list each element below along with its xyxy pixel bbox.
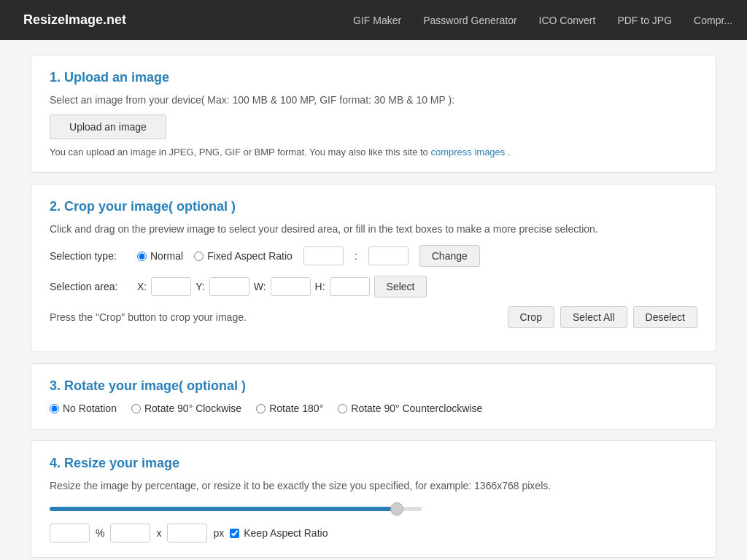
upload-note: You can upload an image in JPEG, PNG, GI… <box>50 147 697 158</box>
w-label: W: <box>254 281 266 292</box>
crop-desc: Click and drag on the preview image to s… <box>50 223 697 235</box>
selection-type-label: Selection type: <box>50 250 130 262</box>
rotate-90cw-label[interactable]: Rotate 90° Clockwise <box>131 402 241 414</box>
keep-aspect-label[interactable]: Keep Aspect Ratio <box>230 527 328 539</box>
aspect-width-input[interactable]: 1366 <box>303 246 344 265</box>
change-button[interactable]: Change <box>419 245 480 267</box>
x-label: X: <box>137 281 147 292</box>
nav-pdf-to-jpg[interactable]: PDF to JPG <box>617 15 672 26</box>
rotate-none-text: No Rotation <box>63 402 117 414</box>
select-all-button[interactable]: Select All <box>560 306 627 328</box>
nav-password-generator[interactable]: Password Generator <box>423 15 516 26</box>
crop-title: 2. Crop your image( optional ) <box>50 199 697 214</box>
nav-links: GIF Maker Password Generator ICO Convert… <box>353 15 732 26</box>
upload-desc: Select an image from your device( Max: 1… <box>50 94 697 106</box>
resize-fields: 100 % 500 x 500 px Keep Aspect Ratio <box>50 524 697 542</box>
w-input[interactable]: 0 <box>271 277 311 296</box>
selection-area-label: Selection area: <box>50 281 130 292</box>
deselect-button[interactable]: Deselect <box>633 306 697 328</box>
upload-title: 1. Upload an image <box>50 70 697 85</box>
rotate-180-label[interactable]: Rotate 180° <box>256 402 323 414</box>
rotate-180-radio[interactable] <box>256 404 266 413</box>
percent-input[interactable]: 100 <box>50 524 90 542</box>
radio-group-selection: Normal Fixed Aspect Ratio 1366 : 768 Cha… <box>137 245 480 267</box>
rotate-none-label[interactable]: No Rotation <box>50 402 117 414</box>
nav-ico-convert[interactable]: ICO Convert <box>539 15 596 26</box>
radio-normal[interactable] <box>137 252 147 261</box>
nav-gif-maker[interactable]: GIF Maker <box>353 15 401 26</box>
selection-area-row: Selection area: X: 0 Y: 0 W: 0 H: 0 Sele… <box>50 276 697 298</box>
h-input[interactable]: 0 <box>330 277 370 296</box>
rotate-options: No Rotation Rotate 90° Clockwise Rotate … <box>50 402 697 414</box>
keep-aspect-text: Keep Aspect Ratio <box>244 527 328 539</box>
resize-title: 4. Resize your image <box>50 456 697 471</box>
colon-separator: : <box>355 250 357 262</box>
upload-note-text: You can upload an image in JPEG, PNG, GI… <box>50 147 428 158</box>
upload-note-after: . <box>508 147 511 158</box>
main-content: 1. Upload an image Select an image from … <box>16 40 731 560</box>
upload-button[interactable]: Upload an image <box>50 114 166 139</box>
keep-aspect-checkbox[interactable] <box>230 529 239 538</box>
rotate-none-radio[interactable] <box>50 404 59 413</box>
rotate-section: 3. Rotate your image( optional ) No Rota… <box>31 363 716 429</box>
radio-normal-text: Normal <box>150 250 183 262</box>
site-title: ResizeImage.net <box>23 12 126 28</box>
h-label: H: <box>315 281 325 292</box>
slider-container <box>50 502 697 513</box>
crop-note: Press the "Crop" button to crop your ima… <box>50 311 500 323</box>
y-input[interactable]: 0 <box>209 277 249 296</box>
logo-icon <box>15 20 16 21</box>
x-input[interactable]: 0 <box>151 277 191 296</box>
nav-compress[interactable]: Compr... <box>694 15 732 26</box>
resize-desc: Resize the image by percentage, or resiz… <box>50 480 697 491</box>
selection-type-row: Selection type: Normal Fixed Aspect Rati… <box>50 245 697 267</box>
radio-fixed[interactable] <box>194 252 204 261</box>
radio-fixed-label[interactable]: Fixed Aspect Ratio <box>194 250 293 262</box>
rotate-90cw-radio[interactable] <box>131 404 141 413</box>
resize-slider[interactable] <box>50 507 422 511</box>
resize-section: 4. Resize your image Resize the image by… <box>31 440 716 558</box>
resize-x-label: x <box>156 527 161 539</box>
rotate-180-text: Rotate 180° <box>269 402 323 414</box>
crop-btn-group: Crop Select All Deselect <box>508 306 697 328</box>
px-label: px <box>213 527 224 539</box>
resize-width-input[interactable]: 500 <box>110 524 150 542</box>
percent-label: % <box>96 527 104 539</box>
rotate-90ccw-radio[interactable] <box>338 404 347 413</box>
crop-buttons-row: Press the "Crop" button to crop your ima… <box>50 306 697 328</box>
select-button[interactable]: Select <box>374 276 427 298</box>
radio-fixed-text: Fixed Aspect Ratio <box>207 250 293 262</box>
compress-link[interactable]: compress images <box>430 147 505 158</box>
crop-section: 2. Crop your image( optional ) Click and… <box>31 184 716 352</box>
radio-normal-label[interactable]: Normal <box>137 250 183 262</box>
y-label: Y: <box>196 281 204 292</box>
header: ResizeImage.net GIF Maker Password Gener… <box>0 0 747 40</box>
rotate-90cw-text: Rotate 90° Clockwise <box>144 402 241 414</box>
upload-section: 1. Upload an image Select an image from … <box>31 55 716 173</box>
rotate-90ccw-text: Rotate 90° Counterclockwise <box>351 402 482 414</box>
coord-group: X: 0 Y: 0 W: 0 H: 0 Select <box>137 276 427 298</box>
rotate-title: 3. Rotate your image( optional ) <box>50 378 697 394</box>
rotate-90ccw-label[interactable]: Rotate 90° Counterclockwise <box>338 402 482 414</box>
aspect-height-input[interactable]: 768 <box>368 246 409 265</box>
resize-height-input[interactable]: 500 <box>167 524 207 542</box>
crop-button[interactable]: Crop <box>508 306 554 328</box>
